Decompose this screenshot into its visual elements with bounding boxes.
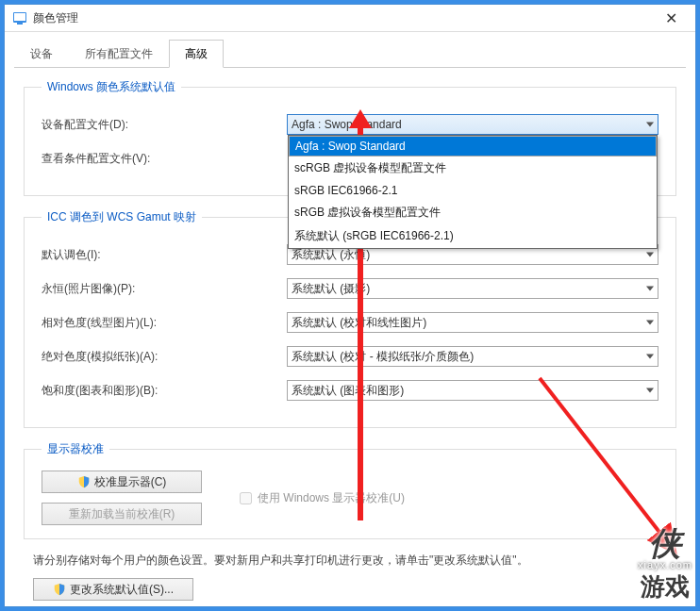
tab-devices[interactable]: 设备 [14, 40, 69, 68]
dropdown-option[interactable]: 系统默认 (sRGB IEC61966-2.1) [289, 224, 657, 248]
button-label: 校准显示器(C) [94, 474, 167, 490]
select-value: 系统默认 (校对和线性图片) [292, 315, 426, 331]
chevron-down-icon [646, 287, 654, 291]
shield-icon [53, 583, 66, 596]
absolute-select[interactable]: 系统默认 (校对 - 模拟纸张/介质颜色) [287, 346, 658, 367]
device-profile-label: 设备配置文件(D): [42, 117, 287, 133]
svg-rect-2 [17, 23, 23, 25]
dropdown-option[interactable]: sRGB IEC61966-2.1 [289, 180, 657, 201]
change-system-defaults-button[interactable]: 更改系统默认值(S)... [33, 578, 193, 601]
dropdown-option[interactable]: Agfa : Swop Standard [289, 136, 657, 157]
chevron-down-icon [646, 253, 654, 257]
absolute-colorimetric-label: 绝对色度(模拟纸张)(A): [42, 349, 287, 365]
group-title: ICC 调色到 WCS Gamut 映射 [42, 209, 202, 225]
button-label: 重新加载当前校准(R) [69, 506, 175, 522]
perceptual-label: 永恒(照片图像)(P): [42, 281, 287, 297]
dropdown-option[interactable]: scRGB 虚拟设备模型配置文件 [289, 157, 657, 180]
viewing-conditions-label: 查看条件配置文件(V): [42, 151, 287, 167]
close-button[interactable]: ✕ [652, 5, 690, 31]
relative-select[interactable]: 系统默认 (校对和线性图片) [287, 312, 658, 333]
reload-calibration-button[interactable]: 重新加载当前校准(R) [42, 503, 202, 525]
select-value: 系统默认 (永恒) [292, 247, 370, 263]
button-label: 更改系统默认值(S)... [70, 582, 174, 598]
tabs: 设备 所有配置文件 高级 [14, 40, 686, 68]
use-windows-calibration-checkbox[interactable]: 使用 Windows 显示器校准(U) [240, 490, 405, 506]
tab-advanced[interactable]: 高级 [169, 40, 224, 68]
select-value: 系统默认 (校对 - 模拟纸张/介质颜色) [292, 349, 474, 365]
group-title: 显示器校准 [42, 441, 109, 457]
select-value: 系统默认 (图表和图形) [292, 383, 404, 399]
tab-content-advanced: Windows 颜色系统默认值 设备配置文件(D): Agfa : Swop S… [14, 68, 686, 608]
note-text: 请分别存储对每个用户的颜色设置。要对新用户和共享打印机进行更改，请单击"更改系统… [33, 553, 676, 569]
checkbox-input[interactable] [240, 492, 252, 504]
tab-all-profiles[interactable]: 所有配置文件 [69, 40, 169, 68]
app-icon [12, 10, 27, 25]
device-profile-select[interactable]: Agfa : Swop Standard Agfa : Swop Standar… [287, 114, 658, 135]
default-rendering-label: 默认调色(I): [42, 247, 287, 263]
chevron-down-icon [646, 321, 654, 325]
titlebar: 颜色管理 ✕ [5, 5, 695, 32]
chevron-down-icon [646, 123, 654, 127]
group-display-calibration: 显示器校准 校准显示器(C) 重新加载当前校准(R) [24, 441, 676, 539]
color-management-window: 颜色管理 ✕ 设备 所有配置文件 高级 Windows 颜色系统默认值 设备配置… [4, 4, 696, 607]
group-title: Windows 颜色系统默认值 [42, 79, 181, 95]
chevron-down-icon [646, 388, 654, 393]
shield-icon [77, 475, 91, 488]
perceptual-select[interactable]: 系统默认 (摄影) [287, 278, 658, 299]
select-value: 系统默认 (摄影) [292, 281, 370, 297]
device-profile-value: Agfa : Swop Standard [292, 118, 402, 131]
group-windows-color-defaults: Windows 颜色系统默认值 设备配置文件(D): Agfa : Swop S… [24, 79, 676, 196]
dropdown-option[interactable]: sRGB 虚拟设备模型配置文件 [289, 201, 657, 224]
window-title: 颜色管理 [33, 10, 652, 26]
saturation-select[interactable]: 系统默认 (图表和图形) [287, 380, 658, 401]
device-profile-dropdown: Agfa : Swop Standard scRGB 虚拟设备模型配置文件 sR… [288, 135, 658, 249]
checkbox-label: 使用 Windows 显示器校准(U) [258, 490, 405, 506]
saturation-label: 饱和度(图表和图形)(B): [42, 383, 287, 399]
relative-colorimetric-label: 相对色度(线型图片)(L): [42, 315, 287, 331]
svg-rect-1 [14, 13, 25, 21]
chevron-down-icon [646, 355, 654, 359]
calibrate-display-button[interactable]: 校准显示器(C) [42, 471, 202, 493]
